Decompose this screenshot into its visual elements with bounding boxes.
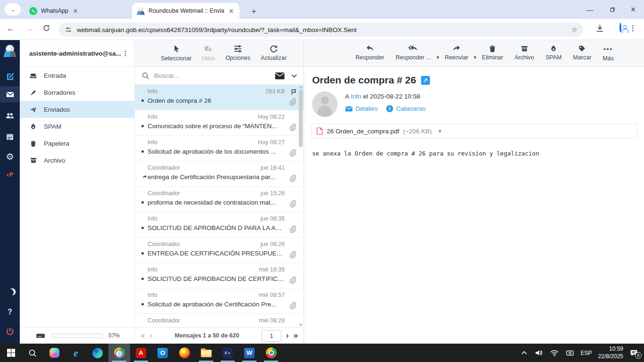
first-page-button[interactable]: « bbox=[140, 331, 145, 340]
headers-toggle[interactable]: i Cabeceras bbox=[386, 105, 426, 112]
edge-icon[interactable] bbox=[87, 344, 108, 362]
chrome-profile-icon[interactable] bbox=[108, 344, 130, 362]
url-text[interactable]: webmail.sanjuan.gob.ec/cpsess6426731059/… bbox=[77, 26, 571, 33]
close-icon[interactable]: ✕ bbox=[73, 8, 78, 15]
chevron-down-icon[interactable] bbox=[291, 74, 297, 78]
list-item[interactable]: Info jue 08:35 SOLICITUD DE APROBACIÓN D… bbox=[135, 212, 304, 238]
reply-button[interactable]: Responder bbox=[355, 44, 384, 61]
chrome-icon[interactable] bbox=[260, 344, 282, 362]
internet-explorer-icon[interactable]: e bbox=[65, 344, 87, 362]
scope-envelope-icon[interactable] bbox=[275, 72, 285, 80]
clock[interactable]: 10:59 22/8/2025 bbox=[598, 346, 623, 360]
scrollbar[interactable] bbox=[298, 86, 303, 326]
caret-down-icon[interactable]: ▼ bbox=[473, 55, 477, 60]
mark-button[interactable]: Marcar bbox=[573, 44, 591, 61]
address-bar[interactable]: webmail.sanjuan.gob.ec/cpsess6426731059/… bbox=[59, 23, 583, 37]
site-controls-icon[interactable] bbox=[65, 26, 72, 33]
menu-kebab-icon[interactable]: ⋮ bbox=[629, 24, 636, 33]
logout-power-icon[interactable] bbox=[0, 323, 20, 339]
reply-all-button[interactable]: Responder ... bbox=[396, 44, 431, 61]
attachment-item[interactable]: 26 Orden_de_compra.pdf (~206 KB) ▼ bbox=[311, 123, 637, 139]
start-icon[interactable] bbox=[0, 344, 22, 362]
firefox-icon[interactable] bbox=[173, 344, 195, 362]
spam-button[interactable]: SPAM bbox=[545, 44, 562, 61]
tab-roundcube[interactable]: Roundcube Webmail :: Enviados ✕ bbox=[132, 3, 239, 19]
scroll-down-icon[interactable] bbox=[299, 324, 303, 326]
sidebar-item-archivo[interactable]: Archivo bbox=[20, 152, 134, 169]
archive-button[interactable]: Archivo bbox=[514, 44, 534, 61]
page-number-input[interactable] bbox=[262, 330, 281, 342]
language-indicator[interactable]: ESP bbox=[581, 350, 592, 356]
open-in-new-icon[interactable]: ↗ bbox=[421, 76, 430, 85]
recipient-link[interactable]: Info bbox=[351, 93, 362, 100]
next-page-button[interactable]: › bbox=[286, 331, 289, 340]
list-item[interactable]: Coordinador jue 08:26 ENTREGA DE CERTIFI… bbox=[135, 238, 304, 263]
minimize-icon[interactable]: — bbox=[579, 0, 601, 19]
caret-down-icon[interactable]: ▼ bbox=[436, 55, 440, 60]
scroll-up-icon[interactable] bbox=[299, 86, 303, 88]
threads-button[interactable]: Hilos bbox=[202, 44, 215, 62]
volume-icon[interactable] bbox=[534, 349, 544, 357]
refresh-button[interactable]: Actualizar bbox=[261, 44, 287, 61]
new-tab-icon[interactable]: ＋ bbox=[250, 6, 258, 16]
bookmark-star-icon[interactable]: ☆ bbox=[571, 25, 578, 34]
options-button[interactable]: Opciones bbox=[225, 44, 250, 61]
notification-icon[interactable]: 8 bbox=[629, 349, 638, 357]
search-input[interactable] bbox=[154, 72, 275, 79]
acrobat-icon[interactable]: A bbox=[130, 344, 152, 362]
list-item[interactable]: Coordinador jue 16:41 entrega de Certifi… bbox=[135, 161, 304, 187]
chevron-up-icon[interactable] bbox=[520, 350, 528, 356]
tab-whatsapp[interactable]: WhatsApp ✕ bbox=[25, 3, 126, 19]
contacts-icon[interactable] bbox=[0, 107, 20, 123]
close-icon[interactable]: ✕ bbox=[229, 8, 234, 15]
mail-icon[interactable] bbox=[0, 86, 20, 102]
reload-icon[interactable] bbox=[42, 24, 50, 32]
dark-mode-moon-icon[interactable] bbox=[0, 284, 20, 300]
download-icon[interactable] bbox=[595, 24, 604, 33]
list-item[interactable]: Info 283 KB Orden de compra # 26 bbox=[135, 85, 304, 110]
attachment-name[interactable]: 26 Orden_de_compra.pdf bbox=[327, 128, 399, 135]
more-button[interactable]: ••• Más bbox=[603, 44, 614, 62]
camera-icon[interactable] bbox=[565, 349, 575, 357]
details-toggle[interactable]: Detalles bbox=[345, 105, 378, 112]
profile-icon[interactable] bbox=[619, 24, 621, 32]
roundcube-logo[interactable] bbox=[0, 44, 20, 58]
list-item[interactable]: Info Hoy 08:27 Solicitud de aprobación d… bbox=[135, 136, 304, 161]
word-icon[interactable]: W bbox=[239, 344, 260, 362]
outlook-icon[interactable]: O bbox=[152, 344, 173, 362]
close-window-icon[interactable]: × bbox=[622, 0, 644, 19]
settings-gear-icon[interactable]: ⚙ bbox=[0, 148, 20, 165]
prev-page-button[interactable]: ‹ bbox=[149, 331, 152, 340]
sidebar-item-spam[interactable]: SPAM bbox=[20, 118, 134, 135]
list-item[interactable]: Coordinador mié 08:28 bbox=[135, 314, 304, 327]
help-icon[interactable]: ? bbox=[0, 304, 20, 320]
search-icon[interactable] bbox=[22, 344, 43, 362]
select-button[interactable]: Seleccionar bbox=[161, 44, 191, 62]
forward-button[interactable]: Reenviar bbox=[445, 44, 468, 61]
restore-icon[interactable] bbox=[601, 0, 622, 19]
account-header[interactable]: asistente-administrativo@sa... ⋮ bbox=[20, 40, 134, 67]
sidebar-item-enviados[interactable]: Enviados bbox=[20, 101, 134, 118]
last-page-button[interactable]: » bbox=[294, 331, 298, 340]
scrollbar-thumb[interactable] bbox=[299, 90, 303, 147]
tab-search-icon[interactable]: ⌄ bbox=[5, 3, 21, 16]
caret-down-icon[interactable]: ▼ bbox=[438, 129, 442, 134]
flag-icon[interactable] bbox=[290, 88, 298, 96]
kebab-icon[interactable]: ⋮ bbox=[122, 49, 129, 57]
list-item[interactable]: Coordinador jue 15:26 proforma de necesi… bbox=[135, 187, 304, 212]
copilot-icon[interactable] bbox=[43, 344, 65, 362]
delete-button[interactable]: Eliminar bbox=[482, 44, 503, 61]
forward-icon[interactable]: → bbox=[25, 24, 33, 33]
sidebar-item-papelera[interactable]: Papelera bbox=[20, 135, 134, 152]
list-item[interactable]: Info Hoy 09:22 Comunicado sobre el proce… bbox=[135, 110, 304, 136]
cpanel-icon[interactable]: cP bbox=[0, 166, 20, 182]
calendar-icon[interactable] bbox=[0, 129, 20, 145]
list-item[interactable]: Info mié 08:57 Solicitud de aprobación d… bbox=[135, 288, 304, 314]
wifi-icon[interactable] bbox=[550, 349, 559, 357]
file-explorer-icon[interactable] bbox=[195, 344, 217, 362]
compose-icon[interactable] bbox=[0, 67, 20, 83]
sidebar-item-borradores[interactable]: Borradores bbox=[20, 84, 134, 101]
f-app-icon[interactable]: F≡ bbox=[217, 344, 239, 362]
sidebar-item-entrada[interactable]: Entrada bbox=[20, 67, 134, 84]
list-item[interactable]: Info mié 16:35 SOLICITUD DE APROBACION D… bbox=[135, 263, 304, 288]
